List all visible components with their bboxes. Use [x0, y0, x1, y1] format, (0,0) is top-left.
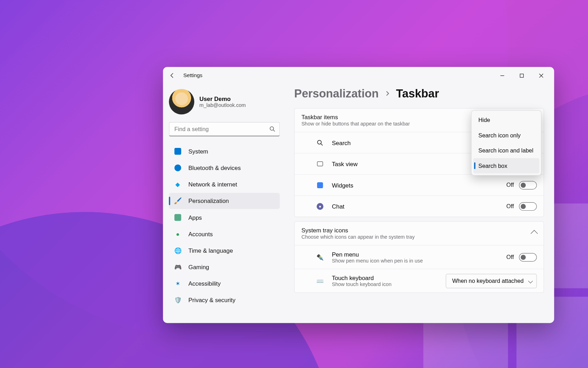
settings-search[interactable] — [169, 122, 280, 136]
display-icon — [174, 148, 182, 155]
search-icon — [269, 126, 275, 134]
section-header-expand[interactable]: System tray icons Choose which icons can… — [295, 222, 544, 245]
breadcrumb-parent[interactable]: Personalization — [294, 87, 379, 100]
nav-system[interactable]: System — [169, 143, 280, 159]
main-content: Personalization Taskbar Taskbar items Sh… — [286, 84, 554, 323]
search-option-box[interactable]: Search box — [473, 158, 539, 173]
nav-privacy[interactable]: 🛡️Privacy & security — [169, 292, 280, 308]
nav-personalization[interactable]: 🖌️Personalization — [169, 193, 280, 209]
wifi-icon: ◆ — [174, 180, 182, 188]
toggle-widgets[interactable] — [519, 181, 537, 189]
row-touch-keyboard: ⌨️ Touch keyboard Show touch keyboard ic… — [295, 269, 544, 293]
row-pen-menu: ✒️ Pen menu Show pen menu icon when pen … — [295, 245, 544, 269]
chevron-right-icon — [385, 90, 390, 98]
titlebar: Settings — [163, 67, 554, 84]
search-option-hide[interactable]: Hide — [473, 113, 539, 128]
avatar — [169, 89, 195, 115]
nav-apps[interactable]: Apps — [169, 209, 280, 225]
toggle-chat[interactable] — [519, 202, 537, 210]
touch-keyboard-dropdown[interactable]: When no keyboard attached — [446, 274, 537, 288]
chat-icon: ● — [316, 202, 324, 210]
nav-network[interactable]: ◆Network & internet — [169, 176, 280, 192]
breadcrumb: Personalization Taskbar — [294, 87, 544, 100]
nav-gaming[interactable]: 🎮Gaming — [169, 259, 280, 275]
chevron-up-icon — [531, 230, 538, 237]
nav-time-language[interactable]: 🌐Time & language — [169, 243, 280, 259]
bluetooth-icon — [174, 164, 182, 172]
search-input[interactable] — [169, 122, 280, 136]
search-option-icon-label[interactable]: Search icon and label — [473, 143, 539, 158]
search-option-icon-only[interactable]: Search icon only — [473, 128, 539, 143]
window-title: Settings — [183, 73, 203, 79]
row-widgets: Widgets Off — [295, 174, 544, 195]
svg-rect-0 — [520, 74, 523, 77]
widgets-icon — [316, 181, 324, 189]
pen-icon: ✒️ — [316, 253, 324, 261]
system-tray-section: System tray icons Choose which icons can… — [294, 221, 544, 293]
user-name: User Demo — [200, 95, 246, 102]
breadcrumb-current: Taskbar — [396, 87, 439, 100]
apps-icon — [174, 214, 182, 222]
paintbrush-icon: 🖌️ — [174, 197, 182, 205]
shield-icon: 🛡️ — [174, 296, 182, 304]
close-button[interactable] — [531, 69, 551, 82]
back-button[interactable] — [166, 69, 178, 81]
globe-icon: 🌐 — [174, 247, 182, 254]
task-view-icon — [316, 159, 324, 168]
row-chat: ● Chat Off — [295, 196, 544, 217]
sidebar: User Demo m_lab@outlook.com System Bluet… — [163, 84, 286, 323]
user-account-row[interactable]: User Demo m_lab@outlook.com — [169, 89, 280, 115]
accessibility-icon: ✶ — [174, 280, 182, 287]
search-options-dropdown: Hide Search icon only Search icon and la… — [471, 110, 541, 175]
svg-point-2 — [317, 140, 321, 144]
settings-window: Settings User Demo m_lab@outlook.com — [163, 67, 554, 323]
maximize-button[interactable] — [512, 69, 531, 82]
nav-accessibility[interactable]: ✶Accessibility — [169, 275, 280, 292]
person-icon: ● — [174, 230, 182, 238]
user-email: m_lab@outlook.com — [200, 102, 246, 108]
svg-point-1 — [270, 127, 274, 130]
keyboard-icon: ⌨️ — [316, 277, 324, 285]
gamepad-icon: 🎮 — [174, 263, 182, 271]
nav-accounts[interactable]: ●Accounts — [169, 226, 280, 242]
search-icon — [316, 138, 324, 147]
toggle-pen-menu[interactable] — [519, 253, 537, 261]
nav-bluetooth[interactable]: Bluetooth & devices — [169, 160, 280, 176]
minimize-button[interactable] — [492, 69, 512, 82]
